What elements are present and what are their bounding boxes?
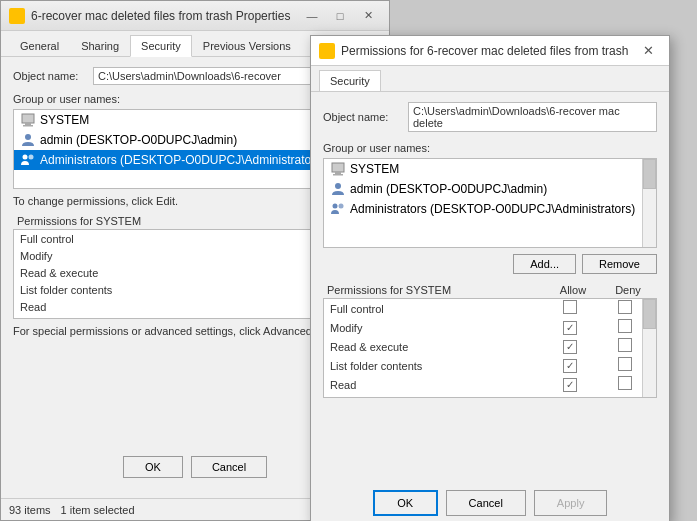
user-name-administrators: Administrators (DESKTOP-O0DUPCJ\Administ… [40, 153, 325, 167]
fg-cancel-button[interactable]: Cancel [446, 490, 526, 516]
items-count: 93 items [9, 504, 51, 516]
fg-perms-table: Full control Modify ✓ Read & execute ✓ L… [323, 298, 657, 398]
fg-user-system: SYSTEM [350, 162, 399, 176]
selected-count: 1 item selected [61, 504, 135, 516]
bg-window-title: 6-recover mac deleted files from trash P… [31, 9, 293, 23]
tab-sharing[interactable]: Sharing [70, 35, 130, 56]
fg-perms-header: Permissions for SYSTEM Allow Deny [323, 284, 657, 296]
checkbox-readexecute-allow[interactable]: ✓ [563, 340, 577, 354]
fg-perm-list-folder: List folder contents ✓ [324, 356, 656, 375]
svg-point-4 [23, 155, 28, 160]
fg-ok-button[interactable]: OK [373, 490, 438, 516]
fg-admin-icon [330, 201, 346, 217]
fg-perm-allow-readexecute[interactable]: ✓ [540, 339, 600, 354]
perms-label: Permissions for SYSTEM [17, 215, 141, 227]
system-icon [20, 112, 36, 128]
fg-add-remove-row: Add... Remove [323, 254, 657, 274]
fg-perm-name: Modify [330, 322, 540, 334]
fg-close-button[interactable]: ✕ [635, 41, 661, 61]
svg-point-5 [29, 155, 34, 160]
fg-user-administrators: Administrators (DESKTOP-O0DUPCJ\Administ… [350, 202, 635, 216]
user-name-admin: admin (DESKTOP-O0DUPCJ\admin) [40, 133, 237, 147]
svg-rect-0 [22, 114, 34, 123]
maximize-button[interactable]: □ [327, 6, 353, 26]
fg-perm-name: Full control [330, 303, 540, 315]
fg-title-bar: Permissions for 6-recover mac deleted fi… [311, 36, 669, 66]
fg-tab-security[interactable]: Security [319, 70, 381, 91]
fg-perm-full-control: Full control [324, 299, 656, 318]
tab-previous-versions[interactable]: Previous Versions [192, 35, 302, 56]
svg-rect-2 [23, 125, 33, 127]
cancel-button[interactable]: Cancel [191, 456, 267, 478]
folder-icon [9, 8, 25, 24]
svg-point-11 [339, 204, 344, 209]
fg-user-list-scrollbar[interactable] [642, 159, 656, 247]
scrollbar-thumb [643, 159, 656, 189]
checkbox-modify-deny[interactable] [618, 319, 632, 333]
fg-object-name-row: Object name: C:\Users\admin\Downloads\6-… [323, 102, 657, 132]
fg-user-icon [330, 181, 346, 197]
fg-user-item-system[interactable]: SYSTEM [324, 159, 656, 179]
minimize-button[interactable]: — [299, 6, 325, 26]
checkbox-readexecute-deny[interactable] [618, 338, 632, 352]
fg-perms-scrollbar-thumb [643, 299, 656, 329]
admin-icon [20, 152, 36, 168]
svg-point-10 [333, 204, 338, 209]
perm-name: Read & execute [20, 267, 320, 279]
checkbox-read-deny[interactable] [618, 376, 632, 390]
object-name-label: Object name: [13, 70, 93, 82]
perm-name: Modify [20, 250, 320, 262]
fg-deny-label: Deny [603, 284, 653, 296]
fg-perms-scrollbar[interactable] [642, 299, 656, 397]
fg-perm-read: Read ✓ [324, 375, 656, 394]
fg-user-item-admin[interactable]: admin (DESKTOP-O0DUPCJ\admin) [324, 179, 656, 199]
fg-folder-icon [319, 43, 335, 59]
fg-perm-name: Read & execute [330, 341, 540, 353]
fg-add-button[interactable]: Add... [513, 254, 576, 274]
checkbox-listfolder-allow[interactable]: ✓ [563, 359, 577, 373]
bg-title-bar: 6-recover mac deleted files from trash P… [1, 1, 389, 31]
checkbox-read-allow[interactable]: ✓ [563, 378, 577, 392]
svg-rect-8 [333, 174, 343, 176]
svg-rect-7 [335, 172, 341, 174]
svg-point-3 [25, 134, 31, 140]
fg-perm-modify: Modify ✓ [324, 318, 656, 337]
fg-object-label: Object name: [323, 111, 408, 123]
fg-group-users-label: Group or user names: [323, 142, 657, 154]
fg-perm-name: Read [330, 379, 540, 391]
fg-object-value: C:\Users\admin\Downloads\6-recover mac d… [408, 102, 657, 132]
checkbox-fullcontrol-deny[interactable] [618, 300, 632, 314]
fg-perm-allow-read[interactable]: ✓ [540, 377, 600, 392]
fg-user-list[interactable]: SYSTEM admin (DESKTOP-O0DUPCJ\admin) Adm… [323, 158, 657, 248]
fg-dialog-buttons: OK Cancel Apply [311, 490, 669, 516]
fg-apply-button[interactable]: Apply [534, 490, 608, 516]
tab-general[interactable]: General [9, 35, 70, 56]
fg-allow-label: Allow [543, 284, 603, 296]
tab-security[interactable]: Security [130, 35, 192, 57]
fg-dialog-title: Permissions for 6-recover mac deleted fi… [341, 44, 629, 58]
fg-perm-allow-modify[interactable]: ✓ [540, 320, 600, 335]
fg-perm-allow-listfolder[interactable]: ✓ [540, 358, 600, 373]
close-button[interactable]: ✕ [355, 6, 381, 26]
perm-name: Read [20, 301, 320, 313]
checkbox-fullcontrol-allow[interactable] [563, 300, 577, 314]
fg-perm-allow-fullcontrol[interactable] [540, 300, 600, 317]
fg-perm-read-execute: Read & execute ✓ [324, 337, 656, 356]
perm-name: Full control [20, 233, 320, 245]
svg-rect-1 [25, 123, 31, 125]
fg-content: Object name: C:\Users\admin\Downloads\6-… [311, 92, 669, 408]
perm-name: Write [20, 318, 320, 320]
user-icon [20, 132, 36, 148]
checkbox-modify-allow[interactable]: ✓ [563, 321, 577, 335]
fg-perm-name: List folder contents [330, 360, 540, 372]
ok-button[interactable]: OK [123, 456, 183, 478]
fg-user-item-administrators[interactable]: Administrators (DESKTOP-O0DUPCJ\Administ… [324, 199, 656, 219]
svg-point-9 [335, 183, 341, 189]
svg-rect-6 [332, 163, 344, 172]
window-controls: — □ ✕ [299, 6, 381, 26]
fg-user-admin: admin (DESKTOP-O0DUPCJ\admin) [350, 182, 547, 196]
fg-remove-button[interactable]: Remove [582, 254, 657, 274]
fg-permissions-dialog: Permissions for 6-recover mac deleted fi… [310, 35, 670, 521]
checkbox-listfolder-deny[interactable] [618, 357, 632, 371]
perm-name: List folder contents [20, 284, 320, 296]
